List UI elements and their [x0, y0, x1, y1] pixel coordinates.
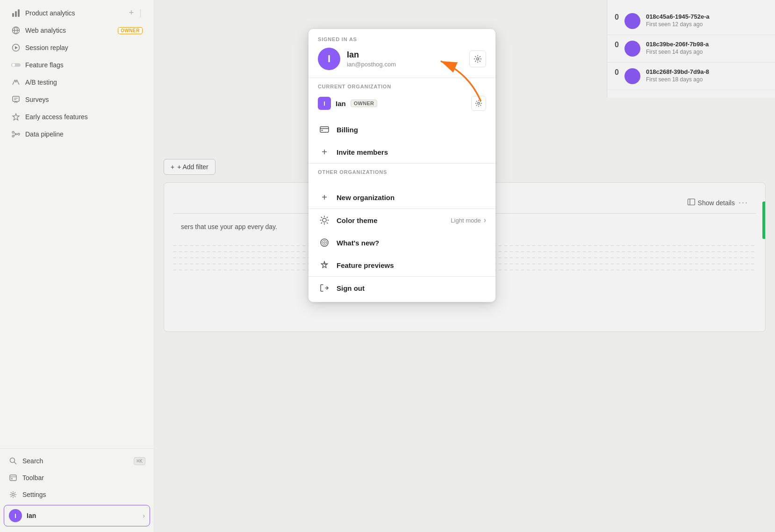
sidebar-item-early-access[interactable]: Early access features: [4, 108, 150, 125]
menu-user-info: Ian ian@posthog.com: [347, 50, 463, 68]
settings-icon: [8, 490, 18, 499]
sign-out-menu-item[interactable]: Sign out: [309, 277, 495, 302]
color-theme-value: Light mode: [451, 217, 481, 224]
sidebar-item-data-pipeline[interactable]: Data pipeline: [4, 126, 150, 143]
svg-rect-1: [15, 11, 17, 17]
menu-user-email: ian@posthog.com: [347, 61, 463, 68]
product-analytics-icon: [11, 8, 21, 18]
org-initial: I: [323, 100, 325, 107]
search-label: Search: [22, 457, 129, 465]
whats-new-label: What's new?: [337, 239, 379, 247]
svg-point-34: [323, 218, 326, 222]
early-access-icon: [11, 112, 21, 122]
new-org-label: New organization: [337, 194, 395, 201]
dropdown-menu: SIGNED IN AS I Ian ian@posthog.com: [309, 29, 495, 302]
sidebar-item-session-replay[interactable]: Session replay: [4, 39, 150, 56]
sidebar-label-product-analytics: Product analytics: [25, 9, 124, 17]
sidebar-label-feature-flags: Feature flags: [25, 61, 143, 69]
org-name: Ian: [336, 100, 346, 108]
sidebar-bottom: Search ⌘K Toolbar Settings: [0, 448, 154, 532]
current-org-label: CURRENT ORGANIZATION: [318, 84, 486, 89]
user-button[interactable]: I Ian ›: [4, 505, 150, 526]
org-settings-button[interactable]: [471, 96, 486, 111]
color-theme-menu-item[interactable]: Color theme Light mode ›: [309, 209, 495, 231]
sidebar-label-ab-testing: A/B testing: [25, 79, 143, 86]
current-org-section: CURRENT ORGANIZATION I Ian OWNER: [309, 78, 495, 118]
menu-user-avatar: I: [318, 48, 340, 70]
svg-rect-31: [320, 127, 329, 132]
svg-rect-22: [10, 475, 16, 481]
toolbar-icon: [8, 473, 18, 482]
svg-line-41: [327, 217, 327, 217]
svg-rect-0: [12, 13, 14, 17]
svg-line-18: [14, 134, 15, 136]
sidebar-item-ab-testing[interactable]: A/B testing: [4, 74, 150, 91]
svg-rect-10: [13, 96, 19, 101]
new-org-icon: +: [318, 191, 331, 204]
feature-flags-icon: [11, 60, 21, 70]
feature-previews-menu-item[interactable]: Feature previews: [309, 254, 495, 276]
toolbar-label: Toolbar: [22, 474, 44, 482]
main-content: + + Add filter Show details ···: [154, 0, 775, 532]
svg-line-39: [321, 217, 322, 217]
billing-icon: [318, 123, 331, 136]
user-initial: I: [14, 512, 16, 519]
sign-out-label: Sign out: [337, 284, 365, 292]
sidebar-label-data-pipeline: Data pipeline: [25, 130, 143, 138]
ab-testing-icon: [11, 78, 21, 87]
org-row: I Ian OWNER: [318, 94, 486, 113]
invite-members-icon: +: [318, 145, 331, 158]
web-analytics-icon: [11, 26, 21, 35]
svg-point-9: [12, 64, 15, 66]
sidebar-item-product-analytics[interactable]: Product analytics + |: [4, 4, 150, 22]
sidebar: Product analytics + | Web analytics OWNE…: [0, 0, 154, 532]
sidebar-label-early-access: Early access features: [25, 113, 143, 121]
menu-user-initial: I: [328, 53, 330, 65]
sidebar-item-feature-flags[interactable]: Feature flags: [4, 57, 150, 73]
svg-point-44: [322, 240, 327, 245]
sidebar-item-web-analytics[interactable]: Web analytics OWNER: [4, 22, 150, 39]
billing-menu-item[interactable]: Billing: [309, 118, 495, 141]
sidebar-settings[interactable]: Settings: [4, 486, 150, 503]
svg-point-15: [18, 133, 20, 135]
user-avatar: I: [9, 509, 22, 522]
svg-rect-2: [18, 9, 20, 17]
svg-point-14: [12, 135, 14, 137]
sidebar-nav: Product analytics + | Web analytics OWNE…: [0, 0, 154, 448]
whats-new-menu-item[interactable]: What's new?: [309, 231, 495, 254]
surveys-icon: [11, 95, 21, 104]
chevron-right-icon: ›: [143, 512, 145, 519]
svg-point-29: [477, 58, 479, 60]
chevron-right-color-theme: ›: [484, 216, 486, 224]
svg-line-17: [14, 132, 15, 134]
sidebar-item-surveys[interactable]: Surveys: [4, 91, 150, 108]
feature-previews-label: Feature previews: [337, 261, 394, 269]
search-icon: [8, 456, 18, 466]
sidebar-toolbar[interactable]: Toolbar: [4, 469, 150, 486]
sidebar-label-surveys: Surveys: [25, 96, 143, 103]
invite-members-menu-item[interactable]: + Invite members: [309, 141, 495, 163]
signed-in-label: SIGNED IN AS: [318, 36, 486, 42]
svg-point-30: [478, 102, 480, 104]
color-theme-right: Light mode ›: [451, 216, 486, 224]
svg-line-21: [14, 462, 16, 464]
owner-badge: OWNER: [351, 100, 378, 107]
color-theme-icon: [318, 214, 331, 227]
other-orgs-label: OTHER ORGANIZATIONS: [318, 169, 486, 175]
user-profile-row: I Ian ian@posthog.com: [318, 48, 486, 78]
new-org-menu-item[interactable]: + New organization: [309, 186, 495, 208]
svg-line-40: [327, 223, 327, 223]
user-settings-button[interactable]: [469, 50, 486, 67]
settings-label: Settings: [22, 491, 46, 498]
svg-marker-7: [15, 46, 18, 50]
user-name: Ian: [27, 512, 138, 519]
menu-user-name: Ian: [347, 50, 463, 60]
pipe-separator: |: [139, 8, 142, 18]
sidebar-search[interactable]: Search ⌘K: [4, 453, 150, 469]
signed-in-section: SIGNED IN AS I Ian ian@posthog.com: [309, 29, 495, 78]
svg-point-13: [12, 131, 14, 133]
feature-previews-icon: [318, 259, 331, 272]
session-replay-icon: [11, 43, 21, 52]
sign-out-icon: [318, 281, 331, 295]
svg-point-25: [12, 494, 14, 496]
